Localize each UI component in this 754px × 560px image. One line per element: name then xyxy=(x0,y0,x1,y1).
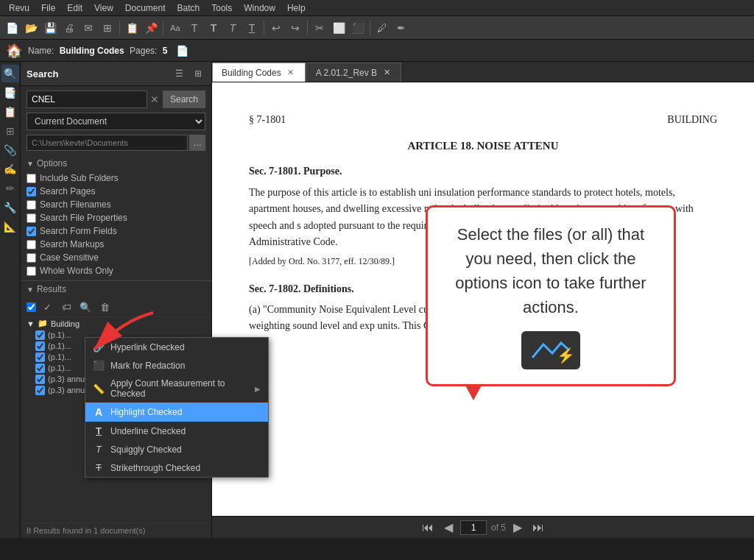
search-panel-title: Search xyxy=(27,68,167,79)
menu-edit[interactable]: Edit xyxy=(61,0,88,15)
tab-building-codes[interactable]: Building Codes ✕ xyxy=(212,63,306,82)
file-tree-icon: 📁 xyxy=(38,319,48,328)
results-header[interactable]: ▼ Results xyxy=(21,280,211,297)
context-strikethrough[interactable]: T Strikethrough Checked xyxy=(85,458,268,477)
menu-file[interactable]: File xyxy=(35,0,61,15)
page-nav-bar: ⏮ ◀ of 5 ▶ ⏭ xyxy=(212,516,754,538)
context-hyperlink-label: Hyperlink Checked xyxy=(110,342,261,352)
result-checkbox[interactable] xyxy=(35,341,45,351)
rubber-btn[interactable]: ⬛ xyxy=(349,19,367,37)
stamp-btn[interactable]: ⬜ xyxy=(330,19,348,37)
sidebar-icon-layers[interactable]: ⊞ xyxy=(1,122,19,140)
select-all-checkbox[interactable] xyxy=(27,302,36,312)
undo-btn[interactable]: ↩ xyxy=(267,19,285,37)
cut-btn[interactable]: ✂ xyxy=(311,19,328,37)
clear-search-btn[interactable]: ✕ xyxy=(150,93,160,106)
sidebar-icon-search[interactable]: 🔍 xyxy=(1,65,19,82)
new-btn[interactable]: 📄 xyxy=(3,19,21,37)
result-checkbox[interactable] xyxy=(35,375,45,384)
highlight-btn[interactable]: 🖊 xyxy=(373,19,391,37)
pen-btn[interactable]: ✒ xyxy=(392,19,410,37)
browse-btn[interactable]: … xyxy=(189,135,205,151)
text-btn[interactable]: T xyxy=(186,19,203,37)
search-file-properties-checkbox[interactable] xyxy=(27,213,36,223)
check-all-btn[interactable]: ✓ xyxy=(39,299,55,315)
search-panel-header: Search ☰ ⊞ xyxy=(21,62,211,86)
search-file-properties-label: Search File Properties xyxy=(40,213,127,223)
result-checkbox[interactable] xyxy=(35,352,45,362)
menu-tools[interactable]: Tools xyxy=(205,0,238,15)
font-btn[interactable]: Aa xyxy=(166,19,184,37)
result-checkbox[interactable] xyxy=(35,330,45,340)
search-markups-checkbox[interactable] xyxy=(27,240,36,249)
path-input[interactable] xyxy=(27,135,188,151)
italic-btn[interactable]: T xyxy=(224,19,242,37)
page-of-label: of 5 xyxy=(491,522,506,533)
result-checkbox[interactable] xyxy=(35,386,45,395)
tab-close-building[interactable]: ✕ xyxy=(286,68,296,78)
case-sensitive-checkbox[interactable] xyxy=(27,253,36,263)
tab-close-rev[interactable]: ✕ xyxy=(381,68,392,78)
search-pages-checkbox[interactable] xyxy=(27,187,36,196)
include-subfolders-checkbox[interactable] xyxy=(27,174,36,183)
paste-btn[interactable]: 📌 xyxy=(142,19,160,37)
search-form-fields-label: Search Form Fields xyxy=(40,226,117,236)
search-form-fields-checkbox[interactable] xyxy=(27,227,36,236)
redo-btn[interactable]: ↪ xyxy=(286,19,304,37)
menu-window[interactable]: Window xyxy=(238,0,281,15)
sidebar-icon-attachments[interactable]: 📎 xyxy=(1,141,19,159)
delete-results-btn[interactable]: 🗑 xyxy=(96,299,113,315)
next-page-btn[interactable]: ▶ xyxy=(510,520,525,534)
sec1-header: Sec. 7-1801. Purpose. xyxy=(249,163,717,180)
file-options-btn[interactable]: 📄 xyxy=(173,42,191,60)
result-checkbox[interactable] xyxy=(35,364,45,373)
context-underline[interactable]: T Underline Checked xyxy=(85,422,268,440)
whole-words-row: Whole Words Only xyxy=(27,264,205,277)
search-input[interactable] xyxy=(27,91,147,108)
whole-words-checkbox[interactable] xyxy=(27,266,36,276)
expand-icon[interactable]: ▼ xyxy=(27,319,35,328)
context-highlight-label: Highlight Checked xyxy=(110,407,261,417)
context-highlight[interactable]: A Highlight Checked xyxy=(85,403,268,422)
email-btn[interactable]: ✉ xyxy=(80,19,97,37)
search-filenames-checkbox[interactable] xyxy=(27,200,36,210)
menu-view[interactable]: View xyxy=(88,0,119,15)
menu-help[interactable]: Help xyxy=(281,0,311,15)
doc-header-left: § 7-1801 xyxy=(249,112,286,128)
last-page-btn[interactable]: ⏭ xyxy=(529,521,547,534)
underline-btn[interactable]: T xyxy=(243,19,261,37)
copy-btn[interactable]: 📋 xyxy=(123,19,141,37)
sidebar-icon-signatures[interactable]: ✍ xyxy=(1,160,19,178)
sidebar-icon-properties[interactable]: 🔧 xyxy=(1,199,19,216)
first-page-btn[interactable]: ⏮ xyxy=(419,521,437,534)
menu-document[interactable]: Document xyxy=(119,0,172,15)
tag-btn[interactable]: 🏷 xyxy=(58,299,74,315)
prev-page-btn[interactable]: ◀ xyxy=(441,520,456,534)
bold-btn[interactable]: T xyxy=(205,19,222,37)
sidebar-icon-pages[interactable]: 📋 xyxy=(1,103,19,121)
find-btn[interactable]: 🔍 xyxy=(77,299,94,315)
search-button[interactable]: Search xyxy=(163,91,205,108)
page-input[interactable] xyxy=(460,520,487,535)
print-btn[interactable]: 🖨 xyxy=(60,19,78,37)
context-count[interactable]: 📏 Apply Count Measurement to Checked ▶ xyxy=(85,375,268,403)
context-squiggly[interactable]: T Squiggly Checked xyxy=(85,440,268,458)
whole-words-label: Whole Words Only xyxy=(40,266,113,276)
save-btn[interactable]: 💾 xyxy=(41,19,59,37)
menu-batch[interactable]: Batch xyxy=(172,0,206,15)
panel-grid-btn[interactable]: ⊞ xyxy=(191,66,205,81)
tab-rev-b[interactable]: A 2.01.2_Rev B ✕ xyxy=(306,63,401,82)
menu-revu[interactable]: Revu xyxy=(3,0,35,15)
panel-list-btn[interactable]: ☰ xyxy=(172,66,186,81)
options-header[interactable]: ▼ Options xyxy=(27,158,205,169)
search-filenames-row: Search Filenames xyxy=(27,198,205,211)
sidebar-icon-measurements[interactable]: 📐 xyxy=(1,218,19,235)
sidebar-icon-markups[interactable]: ✏ xyxy=(1,180,19,197)
compare-btn[interactable]: ⊞ xyxy=(99,19,116,37)
scope-select[interactable]: Current Document All Open Documents Fold… xyxy=(27,113,205,130)
open-btn[interactable]: 📂 xyxy=(22,19,40,37)
context-hyperlink[interactable]: 🔗 Hyperlink Checked xyxy=(85,338,268,356)
context-redact[interactable]: ⬛ Mark for Redaction xyxy=(85,356,268,375)
main-toolbar: 📄 📂 💾 🖨 ✉ ⊞ 📋 📌 Aa T T T T ↩ ↪ ✂ ⬜ ⬛ 🖊 ✒ xyxy=(0,16,754,40)
sidebar-icon-bookmarks[interactable]: 📑 xyxy=(1,84,19,102)
